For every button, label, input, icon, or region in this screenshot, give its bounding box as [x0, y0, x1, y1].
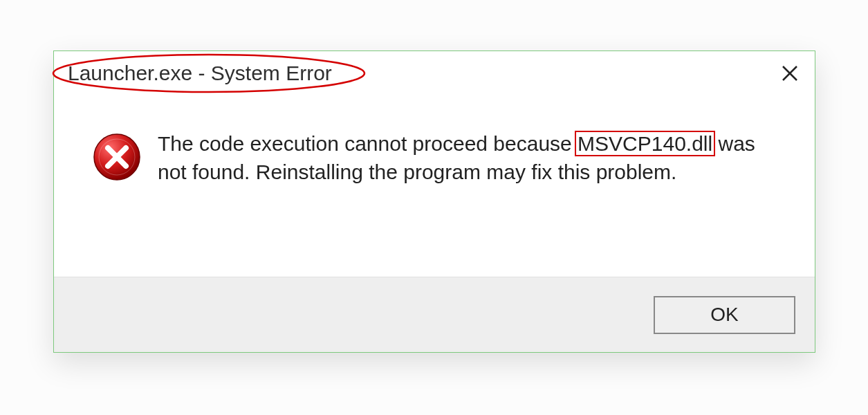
dialog-title: Launcher.exe - System Error: [68, 62, 332, 85]
error-dialog: Launcher.exe - System Error The code: [53, 50, 815, 353]
message-dll-name: MSVCP140.dll: [578, 132, 712, 155]
dialog-content: The code execution cannot proceed becaus…: [54, 95, 815, 186]
dialog-titlebar: Launcher.exe - System Error: [54, 51, 815, 95]
dialog-button-area: OK: [54, 277, 815, 352]
close-icon: [781, 64, 799, 82]
close-button[interactable]: [773, 57, 806, 90]
message-part1: The code execution cannot proceed becaus…: [158, 132, 578, 155]
error-icon: [93, 133, 141, 181]
ok-button[interactable]: OK: [654, 296, 795, 334]
error-message: The code execution cannot proceed becaus…: [158, 130, 780, 186]
